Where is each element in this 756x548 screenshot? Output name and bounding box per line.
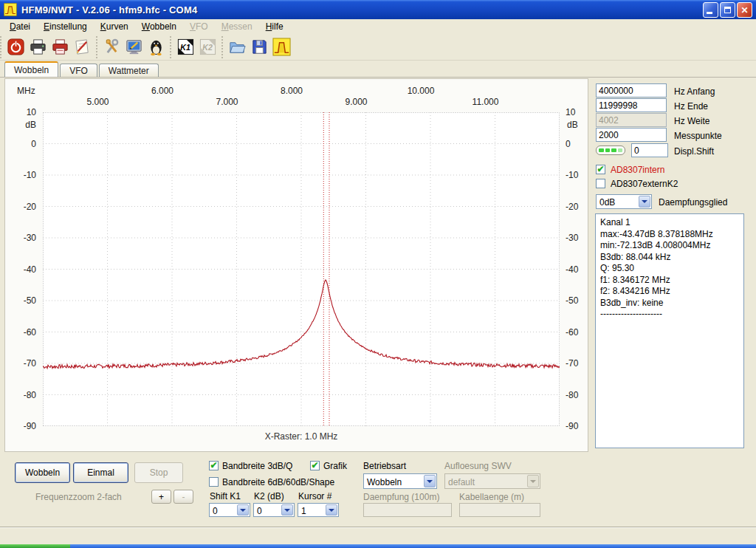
einmal-button[interactable]: Einmal: [73, 462, 128, 483]
zoom-out-button: -: [173, 490, 193, 504]
y-tick-label-right: 0: [566, 139, 571, 149]
ad8307externk2-checkbox[interactable]: [596, 179, 605, 188]
chart-panel: MHz dB dB X-Raster: 1.0 MHz 5.0006.0007.…: [4, 78, 588, 452]
screen-edit-icon[interactable]: [123, 37, 144, 58]
tab-wattmeter[interactable]: Wattmeter: [99, 64, 159, 77]
x-tick-label: 5.000: [82, 97, 114, 107]
y-tick-label-left: -20: [8, 202, 36, 212]
y-tick-label-right: 10: [566, 107, 575, 117]
start-button[interactable]: [0, 544, 70, 548]
bandbreite-3db-checkbox[interactable]: ✔: [209, 461, 219, 470]
print-red-icon[interactable]: [49, 37, 70, 58]
y-tick-label-left: 10: [8, 107, 36, 117]
x-tick-label: 6.000: [146, 86, 179, 96]
y-tick-label-right: -40: [566, 264, 578, 275]
info-line: Q: 95.30: [600, 263, 739, 275]
ad8307intern-label: AD8307intern: [611, 165, 664, 175]
info-line: f1: 8.346172 MHz: [600, 275, 739, 287]
grafik-checkbox[interactable]: ✔: [310, 461, 320, 470]
minimize-button[interactable]: [703, 2, 718, 18]
ad8307externk2-label: AD8307externK2: [611, 179, 678, 189]
y-tick-label-left: -10: [8, 170, 36, 180]
daempfungsglied-dropdown[interactable]: 0dB: [596, 194, 652, 209]
menu-wobbeln[interactable]: Wobbeln: [135, 20, 183, 33]
y-tick-label-left: -60: [8, 327, 36, 338]
hz-weite-input: [596, 113, 667, 127]
k2-db-label: K2 (dB): [254, 491, 284, 501]
messpunkte-input[interactable]: [596, 128, 667, 142]
linux-tux-icon[interactable]: [145, 37, 166, 58]
print-icon[interactable]: [27, 37, 48, 58]
x-tick-label: 10.000: [405, 86, 437, 96]
info-line: min:-72.13dB 4.008004MHz: [600, 240, 739, 252]
svg-text:K1: K1: [180, 43, 190, 52]
maximize-icon: [724, 7, 731, 13]
y-tick-label-right: -30: [566, 233, 578, 243]
kursor-dropdown[interactable]: 1: [298, 503, 339, 517]
bandbreite-6db-checkbox[interactable]: [209, 477, 219, 487]
cursor-k1-icon[interactable]: K1: [175, 37, 196, 58]
save-floppy-icon[interactable]: [249, 37, 269, 58]
aufloesung-swv-dropdown: default: [444, 473, 540, 489]
info-line: f2: 8.434216 MHz: [600, 286, 739, 298]
wobbeln-button[interactable]: Wobbeln: [15, 462, 70, 483]
slider-segment: [599, 148, 604, 152]
hz-ende-input[interactable]: [596, 98, 667, 112]
app-icon: [4, 3, 17, 16]
info-line: Kanal 1: [600, 217, 739, 229]
divider: [0, 527, 756, 528]
x-axis-unit-label: MHz: [17, 86, 35, 96]
grafik-label: Grafik: [323, 461, 347, 471]
displ-shift-label: Displ.Shift: [674, 146, 714, 157]
tab-bar: Wobbeln VFO Wattmeter: [4, 62, 160, 77]
ad8307intern-checkbox[interactable]: ✔: [596, 165, 605, 174]
plot-area[interactable]: [43, 112, 560, 426]
info-box: Kanal 1max:-43.47dB 8.378188MHzmin:-72.1…: [595, 213, 744, 448]
menu-hilfe[interactable]: Hilfe: [259, 20, 290, 33]
tab-vfo[interactable]: VFO: [60, 64, 97, 77]
displ-shift-slider[interactable]: [596, 145, 625, 155]
bandbreite-6db-label: Bandbreite 6dB/60dB/Shape: [222, 477, 334, 487]
window-title: HFM9/NWT - V.2.06 - hfm9.hfc - COM4: [21, 4, 197, 16]
edit-report-icon[interactable]: [72, 37, 92, 58]
y-tick-label-right: -10: [566, 170, 578, 180]
tab-baseline: [0, 77, 756, 78]
y-tick-label-right: -50: [566, 295, 578, 306]
betriebsart-dropdown[interactable]: Wobbeln: [363, 473, 437, 489]
slider-segment: [611, 148, 616, 152]
y-tick-label-right: -70: [566, 358, 578, 369]
info-line: B3db: 88.044 kHz: [600, 252, 739, 264]
k2-db-dropdown[interactable]: 0: [253, 503, 295, 517]
y-axis-unit-right: dB: [567, 120, 578, 130]
menu-kurven[interactable]: Kurven: [94, 20, 135, 33]
minimize-icon: [707, 12, 712, 14]
daempfung-label: Daempfung (100m): [363, 492, 439, 502]
settings-tools-icon[interactable]: [101, 37, 122, 58]
y-tick-label-left: -90: [8, 421, 36, 431]
x-tick-label: 8.000: [275, 86, 308, 96]
y-tick-label-left: -80: [8, 390, 36, 400]
slider-segment: [618, 148, 623, 152]
betriebsart-label: Betriebsart: [363, 461, 406, 471]
zoom-in-button[interactable]: +: [151, 490, 171, 504]
taskbar[interactable]: [0, 544, 756, 548]
open-folder-icon[interactable]: [227, 37, 247, 58]
menu-einstellung[interactable]: Einstellung: [37, 20, 94, 33]
y-axis-unit-left: dB: [11, 120, 36, 130]
x-tick-label: 11.000: [470, 97, 502, 107]
chevron-down-icon: [527, 475, 539, 487]
power-off-icon[interactable]: [5, 37, 26, 58]
chevron-down-icon: [639, 196, 650, 208]
shift-k1-dropdown[interactable]: 0: [209, 503, 250, 517]
hz-anfang-input[interactable]: [596, 83, 667, 97]
hz-ende-label: Hz Ende: [674, 101, 708, 112]
maximize-button[interactable]: [720, 2, 735, 18]
tab-wobbeln[interactable]: Wobbeln: [4, 61, 58, 77]
sweep-curve-icon[interactable]: [271, 37, 292, 58]
kursor-label: Kursor #: [298, 491, 331, 501]
displ-shift-input[interactable]: [631, 143, 668, 157]
menu-datei[interactable]: Datei: [3, 20, 37, 33]
x-tick-label: 7.000: [211, 97, 244, 107]
daempfungsglied-label: Daempfungsglied: [659, 197, 727, 208]
close-button[interactable]: ✕: [737, 2, 752, 18]
